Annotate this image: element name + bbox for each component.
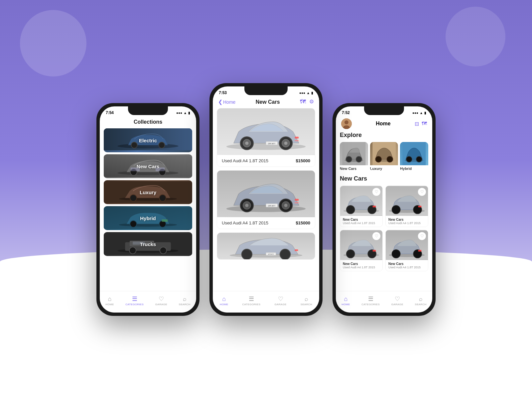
listing-1-info: Used Audi A4 1.8T 2015 $15000 — [217, 155, 315, 167]
svg-point-87 — [346, 250, 355, 258]
map-icon-center[interactable]: 🗺 — [300, 98, 306, 105]
listing-1-name: Used Audi A4 1.8T 2015 — [222, 158, 268, 163]
listing-2-price: $15000 — [296, 220, 310, 225]
heart-btn-1[interactable]: ♡ — [372, 188, 380, 196]
car-card-2[interactable]: ♡ New Cars Used Audi A4 1.8T 2015 — [385, 186, 428, 227]
collection-label-luxury: Luxury — [104, 180, 192, 204]
svg-text:GPS W77: GPS W77 — [268, 253, 274, 255]
collection-item-luxury[interactable]: Luxury — [104, 180, 192, 204]
listing-2[interactable]: GPS W77 Used Audi A4 1.8T 2015 $15000 — [217, 170, 315, 229]
svg-point-45 — [245, 204, 248, 207]
svg-point-36 — [284, 142, 288, 145]
svg-rect-37 — [295, 137, 299, 139]
nav-home-center[interactable]: ⌂ HOME — [220, 296, 228, 306]
categories-icon-right: ☰ — [368, 296, 373, 302]
nav-search-right[interactable]: ⌕ SEARCH — [415, 296, 427, 306]
collection-label-electric: Electric — [104, 128, 192, 152]
center-scroll: GPS W77 Used Audi A4 1.8T 2015 $15000 — [213, 108, 319, 298]
explore-cards: New Cars — [340, 142, 428, 171]
garage-icon-center: ♡ — [278, 296, 283, 302]
collection-item-electric[interactable]: Electric — [104, 128, 192, 152]
explore-card-luxury[interactable]: Luxury — [370, 142, 398, 171]
svg-point-69 — [375, 156, 381, 162]
svg-point-82 — [392, 205, 400, 214]
heart-btn-4[interactable]: ♡ — [418, 232, 426, 240]
svg-point-61 — [344, 120, 348, 124]
filter-icon-center[interactable]: ⚙ — [309, 98, 314, 105]
listing-1[interactable]: GPS W77 Used Audi A4 1.8T 2015 $15000 — [217, 108, 315, 167]
car-card-3[interactable]: ♡ New Cars Used Audi A4 1.8T 2015 — [340, 230, 383, 271]
svg-point-33 — [245, 142, 248, 145]
nav-garage-center[interactable]: ♡ GARAGE — [275, 296, 287, 306]
svg-rect-57 — [295, 249, 298, 251]
bookmark-icon-right[interactable]: ⊟ — [415, 121, 419, 127]
phone-left: 7:54 ●●● ▲ ▮ Collections — [96, 103, 200, 316]
battery-center: ▮ — [311, 91, 313, 95]
new-cars-grid: ♡ New Cars Used Audi A4 1.8T 2015 — [340, 186, 428, 271]
wifi-icon-left: ▲ — [184, 111, 187, 115]
nav-search-left[interactable]: ⌕ SEARCH — [179, 296, 191, 306]
heart-btn-3[interactable]: ♡ — [372, 232, 380, 240]
explore-svg-luxury — [370, 142, 398, 165]
nav-garage-left[interactable]: ♡ GARAGE — [155, 296, 167, 306]
car-card-3-category: New Cars — [343, 262, 380, 266]
time-left: 7:54 — [106, 110, 114, 115]
user-avatar[interactable] — [341, 118, 352, 129]
time-right: 7:52 — [342, 110, 350, 115]
search-icon-center: ⌕ — [305, 296, 308, 302]
nav-categories-right[interactable]: ☰ CATEGORIES — [361, 296, 380, 306]
right-header-icons: ⊟ 🗺 — [415, 121, 427, 127]
car-card-4-name: Used Audi A4 1.8T 2015 — [388, 266, 425, 269]
back-label: Home — [223, 99, 235, 105]
svg-rect-79 — [373, 206, 376, 207]
car-card-4-category: New Cars — [388, 262, 425, 266]
collection-item-trucks[interactable]: Trucks — [104, 232, 192, 256]
car-card-2-name: Used Audi A4 1.8T 2015 — [388, 221, 425, 225]
collection-label-hybrid: Hybrid — [104, 206, 192, 230]
svg-text:GPS W77: GPS W77 — [268, 205, 275, 207]
nav-search-center[interactable]: ⌕ SEARCH — [301, 296, 312, 306]
explore-svg-newcars — [340, 142, 368, 165]
collection-item-hybrid[interactable]: Hybrid — [104, 206, 192, 230]
home-icon-right: ⌂ — [344, 296, 348, 302]
explore-label-hybrid: Hybrid — [400, 165, 428, 171]
notch-center — [244, 86, 288, 95]
svg-point-92 — [392, 250, 400, 258]
phone-center: 7:53 ●●● ▲ ▮ ❮ Home New Cars 🗺 ⚙ — [209, 83, 323, 316]
wifi-center: ▲ — [307, 91, 310, 95]
svg-rect-89 — [373, 250, 376, 252]
nav-categories-left[interactable]: ☰ CATEGORIES — [125, 296, 144, 306]
nav-bar-center: ⌂ HOME ☰ CATEGORIES ♡ GARAGE ⌕ SEARCH — [213, 291, 319, 313]
nav-garage-right[interactable]: ♡ GARAGE — [391, 296, 403, 306]
heart-btn-2[interactable]: ♡ — [418, 188, 426, 196]
search-icon-right: ⌕ — [419, 296, 423, 302]
phones-container: 7:54 ●●● ▲ ▮ Collections — [0, 0, 532, 399]
map-icon-right[interactable]: 🗺 — [422, 121, 427, 127]
car-card-2-img: ♡ — [386, 186, 428, 216]
car-card-4-info: New Cars Used Audi A4 1.8T 2015 — [386, 260, 428, 271]
collection-item-newcars[interactable]: New Cars — [104, 154, 192, 178]
garage-icon-left: ♡ — [159, 296, 164, 302]
car-card-2-category: New Cars — [388, 218, 425, 221]
nav-home-right[interactable]: ⌂ HOME — [341, 296, 350, 306]
explore-img-hybrid — [400, 142, 428, 165]
explore-card-newcars[interactable]: New Cars — [340, 142, 368, 171]
explore-card-hybrid[interactable]: Hybrid — [400, 142, 428, 171]
avatar-svg — [341, 118, 352, 129]
phone-right-screen: 7:52 ●●● ▲ ▮ Home ⊟ — [336, 106, 432, 313]
phone-left-screen: 7:54 ●●● ▲ ▮ Collections — [100, 106, 196, 313]
back-button[interactable]: ❮ Home — [218, 99, 235, 105]
right-header: Home ⊟ 🗺 — [336, 116, 432, 132]
car-card-1[interactable]: ♡ New Cars Used Audi A4 1.8T 2015 — [340, 186, 383, 227]
new-cars-section: New Cars — [340, 175, 428, 271]
listing-3[interactable]: GPS W77 — [217, 232, 315, 260]
car-card-4[interactable]: ♡ New Cars Used Audi A4 1.8T 2015 — [385, 230, 428, 271]
explore-label-newcars: New Cars — [340, 165, 368, 171]
car-svg-3: GPS W77 — [217, 233, 315, 259]
nav-categories-center[interactable]: ☰ CATEGORIES — [242, 296, 260, 306]
signal-center: ●●● — [299, 91, 305, 95]
car-card-1-category: New Cars — [343, 218, 380, 221]
nav-bar-left: ⌂ HOME ☰ CATEGORIES ♡ GARAGE ⌕ SEARCH — [100, 291, 196, 313]
car-card-2-info: New Cars Used Audi A4 1.8T 2015 — [386, 216, 428, 227]
nav-home-left[interactable]: ⌂ HOME — [105, 296, 114, 306]
